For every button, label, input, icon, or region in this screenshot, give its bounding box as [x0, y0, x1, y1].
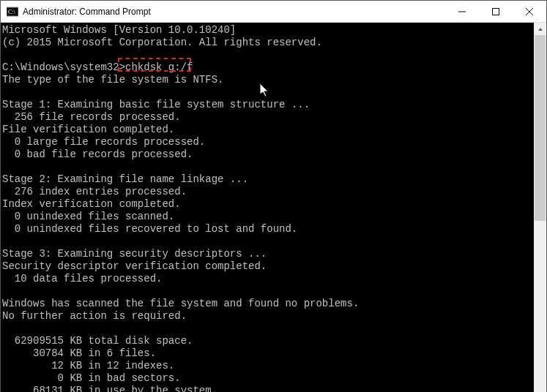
text-line: 68131 KB in use by the system.	[2, 385, 217, 392]
scroll-track[interactable]	[534, 35, 546, 392]
text-line: 10 data files processed.	[2, 273, 162, 284]
text-line: File verification completed.	[2, 124, 174, 135]
text-line: 12 KB in 12 indexes.	[2, 360, 174, 372]
text-line: 0 unindexed files recovered to lost and …	[2, 223, 297, 235]
cmd-icon: C:\	[7, 6, 18, 18]
text-line: Windows has scanned the file system and …	[2, 298, 359, 309]
vertical-scrollbar[interactable]	[534, 23, 546, 392]
text-line: 62909515 KB total disk space.	[2, 335, 193, 347]
text-line: 276 index entries processed.	[2, 186, 187, 197]
text-line: Index verification completed.	[2, 198, 181, 210]
text-line: 0 KB in bad sectors.	[2, 372, 181, 384]
command-prompt-window: C:\ Administrator: Command Prompt Micros…	[0, 0, 547, 392]
terminal-output[interactable]: Microsoft Windows [Version 10.0.10240] (…	[1, 23, 534, 392]
text-line: 0 large file records processed.	[2, 136, 205, 148]
close-button[interactable]	[513, 1, 546, 23]
minimize-button[interactable]	[445, 1, 479, 23]
text-line: Microsoft Windows [Version 10.0.10240]	[2, 24, 236, 36]
text-line: Stage 3: Examining security descriptors …	[2, 248, 267, 260]
text-line: 0 unindexed files scanned.	[2, 211, 174, 222]
text-line: 0 bad file records processed.	[2, 148, 193, 160]
text-line: No further action is required.	[2, 310, 187, 322]
text-line: 256 file records processed.	[2, 111, 181, 123]
prompt-line: C:\Windows\system32>chkdsk g:/f	[2, 61, 193, 73]
scroll-up-button[interactable]	[534, 23, 546, 35]
text-line: Security descriptor verification complet…	[2, 260, 267, 272]
text-line: The type of the file system is NTFS.	[2, 74, 223, 86]
text-line: (c) 2015 Microsoft Corporation. All righ…	[2, 37, 322, 48]
svg-rect-3	[493, 8, 499, 15]
text-line: 30784 KB in 6 files.	[2, 347, 156, 359]
scroll-thumb[interactable]	[535, 35, 546, 221]
titlebar[interactable]: C:\ Administrator: Command Prompt	[1, 1, 546, 23]
window-title: Administrator: Command Prompt	[23, 7, 151, 17]
svg-text:C:\: C:\	[8, 9, 16, 15]
maximize-button[interactable]	[479, 1, 513, 23]
text-line: Stage 1: Examining basic file system str…	[2, 99, 310, 110]
text-line: Stage 2: Examining file name linkage ...	[2, 173, 248, 185]
client-area: Microsoft Windows [Version 10.0.10240] (…	[1, 23, 546, 392]
